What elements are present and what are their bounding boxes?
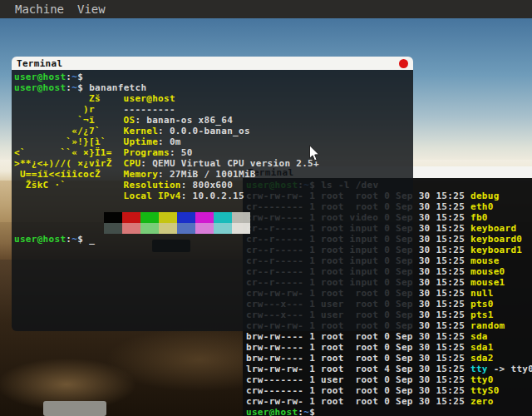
fetch-value: : 27MiB / 1001MiB — [158, 169, 256, 180]
fetch-label: user@host — [124, 93, 175, 104]
palette-swatch — [104, 223, 122, 234]
palette-swatch — [122, 223, 140, 234]
ls-row: crw------- 1 root root 0 Sep 30 15:25 tt… — [246, 385, 532, 396]
device-file-name: eth0 — [470, 201, 494, 212]
ls-row: lrw-rw-rw- 1 root root 4 Sep 30 15:25 tt… — [246, 364, 532, 374]
close-button[interactable] — [399, 59, 408, 68]
fetch-line: `»!}[ì` Uptime: 0m — [14, 136, 413, 147]
mouse-cursor-icon — [308, 145, 320, 166]
prompt-line: user@host:~$ — [14, 72, 413, 82]
menu-item-machine[interactable]: Machine — [15, 2, 64, 16]
color-palette-row-normal — [104, 212, 413, 223]
window1-title: Terminal — [17, 58, 62, 69]
ls-row: brw-rw---- 1 root root 0 Sep 30 15:25 sd… — [246, 331, 532, 342]
fetch-label: Uptime — [124, 136, 159, 147]
fetch-value: : 0m — [158, 136, 181, 147]
ls-row: crw------- 1 user root 0 Sep 30 15:25 tt… — [246, 374, 532, 385]
fetch-value: : 50 — [170, 147, 193, 158]
ascii-art: )r — [14, 104, 124, 115]
device-file-name: sda — [470, 331, 488, 342]
menu-item-view[interactable]: View — [77, 2, 106, 16]
device-file-name: pts0 — [470, 299, 494, 310]
palette-swatch — [177, 212, 195, 223]
window1-terminal-content[interactable]: user@host:~$ user@host:~$bananfetch Zš u… — [12, 70, 413, 331]
palette-swatch — [177, 223, 195, 234]
palette-swatch — [140, 212, 159, 223]
ls-row: crw-rw-rw- 1 root root 0 Sep 30 15:25 ze… — [246, 396, 532, 407]
fetch-line: )r --------- — [14, 104, 413, 115]
fetch-label: Resolution — [124, 180, 181, 191]
device-file-name: null — [470, 288, 494, 299]
terminal-window-fetch: Terminal user@host:~$ user@host:~$bananf… — [12, 57, 413, 331]
fetch-line: «/¿7` Kernel: 0.0.0-banan_os — [14, 126, 413, 136]
ascii-art: `¬ï — [14, 115, 124, 126]
palette-swatch — [122, 212, 140, 223]
blank-line — [14, 201, 413, 212]
prompt-line: user@host:~$_ — [246, 407, 532, 416]
palette-swatch — [159, 212, 177, 223]
fetch-line: >**¿<+)//( ×¿vîrŽ CPU: QEMU Virtual CPU … — [14, 158, 413, 169]
fetch-label: Programs — [124, 147, 170, 158]
fetch-label: Local IPv4 — [124, 191, 181, 201]
palette-swatch — [232, 212, 250, 223]
device-file-name: pts1 — [470, 310, 494, 320]
device-file-name: random — [470, 320, 505, 331]
command-text: bananfetch — [89, 82, 146, 93]
device-file-name: fb0 — [470, 212, 488, 223]
ls-row: brw-rw---- 1 root root 0 Sep 30 15:25 sd… — [246, 353, 532, 364]
device-file-name: mouse — [470, 255, 500, 266]
text-cursor: _ — [321, 407, 327, 416]
ascii-art — [14, 191, 124, 201]
ascii-art: <` ``« ×}Ï1= — [14, 147, 124, 158]
wallpaper-gray-patch — [43, 401, 106, 416]
fetch-line: Local IPv4: 10.0.2.15 — [14, 191, 413, 201]
palette-swatch — [195, 212, 214, 223]
fetch-line: ŽškC ·` Resolution: 800x600 — [14, 180, 413, 191]
device-file-name: keyboard — [470, 223, 516, 234]
window1-titlebar[interactable]: Terminal — [12, 57, 413, 70]
device-file-name: tty0 — [470, 374, 494, 385]
fetch-value: --------- — [124, 104, 175, 115]
device-file-name: ttyS0 — [470, 385, 500, 396]
color-palette-row-bright — [104, 223, 413, 234]
palette-swatch — [159, 223, 177, 234]
ascii-art: U==íï<<íîîcocŽ — [14, 169, 124, 180]
fetch-value: : 800x600 — [181, 180, 233, 191]
device-file-name: mouse0 — [470, 266, 505, 277]
palette-swatch — [195, 223, 214, 234]
fetch-label: Kernel — [124, 126, 159, 136]
prompt-line: user@host:~$bananfetch — [14, 82, 413, 93]
device-file-name: sda2 — [470, 353, 494, 364]
device-file-name: tty — [470, 364, 488, 374]
fetch-line: <` ``« ×}Ï1= Programs: 50 — [14, 147, 413, 158]
fetch-value: : 10.0.2.15 — [181, 191, 244, 201]
vm-menu-bar: Machine View — [0, 0, 532, 18]
text-cursor: _ — [89, 234, 95, 245]
palette-swatch — [140, 223, 159, 234]
ascii-art: ŽškC ·` — [14, 180, 124, 191]
fetch-value: : QEMU Virtual CPU version 2.5+ — [140, 158, 319, 169]
fetch-label: Memory — [124, 169, 159, 180]
fetch-line: Zš user@host — [14, 93, 413, 104]
fetch-label: CPU — [124, 158, 141, 169]
palette-swatch — [214, 223, 232, 234]
fetch-line: U==íï<<íîîcocŽ Memory: 27MiB / 1001MiB — [14, 169, 413, 180]
ascii-art: Zš — [14, 93, 124, 104]
device-file-name: keyboard1 — [470, 245, 522, 255]
device-file-name: zero — [470, 396, 494, 407]
device-file-name: sda1 — [470, 342, 494, 353]
ascii-art: «/¿7` — [14, 126, 124, 136]
palette-swatch — [232, 223, 250, 234]
ascii-art: `»!}[ì` — [14, 136, 124, 147]
fetch-output: Zš user@host )r --------- `¬ï OS: banan-… — [14, 93, 413, 201]
fetch-line: `¬ï OS: banan-os x86_64 — [14, 115, 413, 126]
fetch-value: : 0.0.0-banan_os — [158, 126, 250, 136]
palette-swatch — [104, 212, 122, 223]
prompt-line: user@host:~$_ — [14, 234, 413, 245]
fetch-value: : banan-os x86_64 — [135, 115, 233, 126]
ls-row: brw-rw---- 1 root root 0 Sep 30 15:25 sd… — [246, 342, 532, 353]
device-file-name: mouse1 — [470, 277, 505, 288]
palette-swatch — [214, 212, 232, 223]
device-file-name: debug — [470, 191, 500, 201]
fetch-label: OS — [124, 115, 135, 126]
